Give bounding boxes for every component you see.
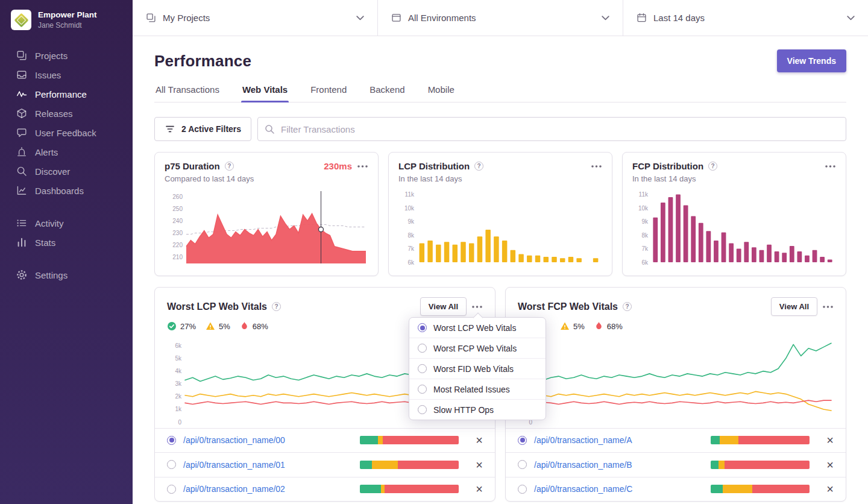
menu-radio[interactable] — [418, 364, 427, 373]
transaction-link[interactable]: /api/0/transaction_name/01 — [183, 460, 285, 470]
p75-duration-card: p75 Duration 230ms Compared to last 14 d… — [154, 152, 379, 276]
svg-text:8k: 8k — [407, 232, 415, 239]
sidebar-item-label: Issues — [35, 70, 61, 80]
filter-row: 2 Active Filters — [154, 117, 846, 141]
sidebar-item-activity[interactable]: Activity — [0, 213, 133, 233]
sidebar-item-projects[interactable]: Projects — [0, 46, 133, 65]
sidebar-item-performance[interactable]: Performance — [0, 84, 133, 104]
menu-radio[interactable] — [418, 405, 427, 414]
org-user: Jane Schmidt — [38, 21, 97, 30]
stats-icon — [16, 237, 27, 248]
close-icon[interactable] — [826, 459, 834, 471]
close-icon[interactable] — [476, 434, 483, 446]
menu-item-worst-fid-web-vitals[interactable]: Worst FID Web Vitals — [409, 358, 546, 379]
transaction-link[interactable]: /api/0/transaction_name/C — [534, 484, 632, 494]
active-filters-button[interactable]: 2 Active Filters — [154, 117, 251, 141]
card-title: FCP Distribution — [632, 161, 703, 171]
sidebar-item-issues[interactable]: Issues — [0, 65, 133, 84]
help-icon[interactable] — [708, 162, 717, 171]
menu-item-slow-http-ops[interactable]: Slow HTTP Ops — [409, 399, 546, 420]
tab-backend[interactable]: Backend — [368, 84, 406, 102]
sidebar-item-label: Settings — [35, 270, 68, 280]
help-icon[interactable] — [474, 162, 483, 171]
sidebar-item-label: Dashboards — [35, 186, 84, 196]
menu-radio[interactable] — [418, 385, 427, 394]
topbar: My Projects All Environments Last 14 day… — [133, 0, 868, 36]
page-header: Performance View Trends — [154, 49, 846, 72]
transaction-radio[interactable] — [167, 485, 176, 494]
svg-text:3k: 3k — [175, 380, 182, 387]
tab-all-transactions[interactable]: All Transactions — [154, 84, 221, 102]
svg-text:250: 250 — [172, 206, 183, 212]
transaction-radio[interactable] — [518, 460, 527, 469]
transaction-radio[interactable] — [518, 485, 527, 494]
close-icon[interactable] — [826, 483, 834, 495]
issues-icon — [16, 69, 27, 80]
view-all-button[interactable]: View All — [771, 297, 817, 316]
menu-radio[interactable] — [418, 344, 427, 353]
transaction-radio[interactable] — [167, 460, 176, 469]
tab-mobile[interactable]: Mobile — [427, 84, 456, 102]
project-filter-dropdown[interactable]: My Projects — [133, 0, 377, 36]
close-icon[interactable] — [476, 483, 483, 495]
projects-icon — [16, 50, 27, 61]
more-options-icon[interactable] — [822, 304, 834, 310]
svg-text:7k: 7k — [641, 245, 649, 252]
flame-icon — [594, 321, 603, 331]
sidebar-item-user-feedback[interactable]: User Feedback — [0, 123, 133, 142]
org-switcher[interactable]: Empower Plant Jane Schmidt — [0, 0, 133, 40]
filter-icon — [165, 124, 175, 134]
transaction-link[interactable]: /api/0/transaction_name/B — [534, 460, 632, 470]
svg-text:10k: 10k — [638, 205, 649, 212]
releases-icon — [16, 108, 27, 119]
close-icon[interactable] — [826, 434, 834, 446]
environment-filter-dropdown[interactable]: All Environments — [377, 0, 623, 36]
date-range-dropdown[interactable]: Last 14 days — [623, 0, 868, 36]
menu-radio[interactable] — [418, 323, 427, 332]
svg-text:210: 210 — [172, 254, 183, 260]
transaction-row: /api/0/transaction_name/00 — [155, 428, 495, 453]
sidebar-item-stats[interactable]: Stats — [0, 233, 133, 252]
user-feedback-icon — [16, 127, 27, 138]
transaction-link[interactable]: /api/0/transaction_name/A — [534, 435, 632, 445]
help-icon[interactable] — [225, 162, 234, 171]
transaction-link[interactable]: /api/0/transaction_name/00 — [183, 435, 285, 445]
menu-item-worst-fcp-web-vitals[interactable]: Worst FCP Web Vitals — [409, 338, 546, 358]
view-trends-button[interactable]: View Trends — [777, 49, 846, 72]
menu-item-worst-lcp-web-vitals[interactable]: Worst LCP Web Vitals — [409, 318, 546, 338]
help-icon[interactable] — [623, 302, 632, 311]
menu-item-most-related-issues[interactable]: Most Related Issues — [409, 379, 546, 399]
search-input[interactable] — [257, 117, 846, 141]
search-icon — [265, 124, 274, 134]
menu-item-label: Most Related Issues — [433, 385, 510, 394]
transaction-radio[interactable] — [167, 436, 176, 445]
warning-triangle-icon — [560, 321, 570, 331]
environment-filter-value: All Environments — [408, 13, 476, 23]
card-subtitle: Compared to last 14 days — [165, 174, 368, 183]
sidebar-item-settings[interactable]: Settings — [0, 265, 133, 285]
more-options-icon[interactable] — [825, 163, 836, 169]
close-icon[interactable] — [476, 459, 483, 471]
poor-percent: 68% — [607, 322, 623, 331]
transaction-radio[interactable] — [518, 436, 527, 445]
more-options-icon[interactable] — [471, 304, 483, 310]
sidebar-item-dashboards[interactable]: Dashboards — [0, 181, 133, 200]
tab-web-vitals[interactable]: Web Vitals — [241, 84, 289, 102]
help-icon[interactable] — [272, 302, 281, 311]
sidebar-item-releases[interactable]: Releases — [0, 104, 133, 123]
more-options-icon[interactable] — [357, 163, 368, 169]
svg-text:2k: 2k — [175, 393, 182, 400]
sidebar: Empower Plant Jane Schmidt Projects Issu… — [0, 0, 133, 504]
svg-text:9k: 9k — [407, 218, 415, 225]
activity-icon — [16, 218, 27, 228]
sidebar-item-discover[interactable]: Discover — [0, 162, 133, 181]
sidebar-item-alerts[interactable]: Alerts — [0, 142, 133, 162]
view-all-button[interactable]: View All — [420, 297, 467, 316]
card-title: p75 Duration — [165, 161, 220, 171]
sidebar-item-label: Discover — [35, 166, 70, 177]
tab-frontend[interactable]: Frontend — [309, 84, 348, 102]
transaction-row: /api/0/transaction_name/01 — [155, 452, 495, 477]
svg-text:240: 240 — [172, 218, 183, 224]
more-options-icon[interactable] — [591, 163, 602, 169]
transaction-link[interactable]: /api/0/transaction_name/02 — [183, 484, 285, 494]
